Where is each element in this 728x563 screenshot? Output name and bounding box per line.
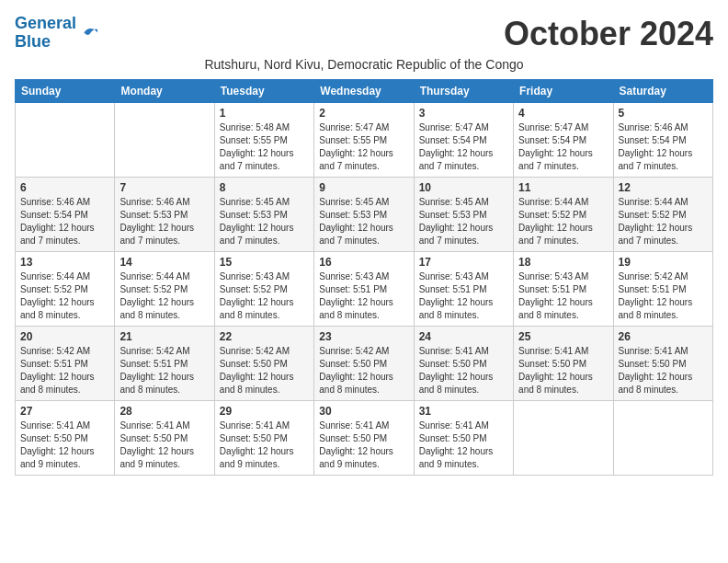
day-header-thursday: Thursday bbox=[414, 80, 513, 103]
day-info: Sunrise: 5:42 AM Sunset: 5:50 PM Dayligh… bbox=[319, 345, 408, 396]
day-number: 17 bbox=[419, 256, 508, 269]
day-number: 4 bbox=[518, 107, 608, 120]
day-info: Sunrise: 5:45 AM Sunset: 5:53 PM Dayligh… bbox=[419, 196, 508, 247]
day-info: Sunrise: 5:41 AM Sunset: 5:50 PM Dayligh… bbox=[220, 419, 309, 471]
day-number: 14 bbox=[119, 256, 209, 269]
day-number: 19 bbox=[619, 256, 708, 269]
day-number: 8 bbox=[220, 181, 309, 194]
day-header-wednesday: Wednesday bbox=[314, 80, 414, 103]
day-cell: 2Sunrise: 5:47 AM Sunset: 5:55 PM Daylig… bbox=[314, 103, 414, 178]
day-cell bbox=[16, 103, 115, 178]
day-cell: 21Sunrise: 5:42 AM Sunset: 5:51 PM Dayli… bbox=[115, 327, 214, 401]
day-info: Sunrise: 5:41 AM Sunset: 5:50 PM Dayligh… bbox=[20, 419, 109, 471]
day-info: Sunrise: 5:46 AM Sunset: 5:54 PM Dayligh… bbox=[20, 196, 109, 247]
day-cell: 30Sunrise: 5:41 AM Sunset: 5:50 PM Dayli… bbox=[314, 401, 414, 476]
day-cell: 8Sunrise: 5:45 AM Sunset: 5:53 PM Daylig… bbox=[214, 178, 313, 252]
day-number: 1 bbox=[220, 107, 309, 120]
day-number: 11 bbox=[518, 181, 608, 194]
day-cell: 16Sunrise: 5:43 AM Sunset: 5:51 PM Dayli… bbox=[314, 252, 414, 327]
day-cell: 7Sunrise: 5:46 AM Sunset: 5:53 PM Daylig… bbox=[115, 178, 214, 252]
day-info: Sunrise: 5:41 AM Sunset: 5:50 PM Dayligh… bbox=[419, 345, 508, 396]
day-number: 24 bbox=[419, 330, 508, 343]
day-number: 5 bbox=[619, 107, 708, 120]
day-number: 30 bbox=[319, 405, 408, 418]
month-title: October 2024 bbox=[504, 15, 713, 53]
day-number: 16 bbox=[319, 256, 408, 269]
day-info: Sunrise: 5:42 AM Sunset: 5:51 PM Dayligh… bbox=[119, 345, 209, 396]
day-number: 29 bbox=[220, 405, 309, 418]
day-info: Sunrise: 5:44 AM Sunset: 5:52 PM Dayligh… bbox=[119, 270, 209, 322]
day-number: 25 bbox=[518, 330, 608, 343]
day-info: Sunrise: 5:44 AM Sunset: 5:52 PM Dayligh… bbox=[619, 196, 708, 247]
week-row-5: 27Sunrise: 5:41 AM Sunset: 5:50 PM Dayli… bbox=[16, 401, 713, 476]
day-cell: 31Sunrise: 5:41 AM Sunset: 5:50 PM Dayli… bbox=[414, 401, 513, 476]
day-cell: 19Sunrise: 5:42 AM Sunset: 5:51 PM Dayli… bbox=[613, 252, 712, 327]
day-info: Sunrise: 5:41 AM Sunset: 5:50 PM Dayligh… bbox=[319, 419, 408, 471]
day-cell: 28Sunrise: 5:41 AM Sunset: 5:50 PM Dayli… bbox=[115, 401, 214, 476]
subtitle: Rutshuru, Nord Kivu, Democratic Republic… bbox=[15, 57, 713, 72]
week-row-3: 13Sunrise: 5:44 AM Sunset: 5:52 PM Dayli… bbox=[16, 252, 713, 327]
day-cell: 18Sunrise: 5:43 AM Sunset: 5:51 PM Dayli… bbox=[514, 252, 613, 327]
day-header-sunday: Sunday bbox=[16, 80, 115, 103]
week-row-1: 1Sunrise: 5:48 AM Sunset: 5:55 PM Daylig… bbox=[16, 103, 713, 178]
day-info: Sunrise: 5:47 AM Sunset: 5:54 PM Dayligh… bbox=[419, 121, 508, 173]
day-header-saturday: Saturday bbox=[613, 80, 712, 103]
day-header-tuesday: Tuesday bbox=[214, 80, 313, 103]
day-cell: 13Sunrise: 5:44 AM Sunset: 5:52 PM Dayli… bbox=[16, 252, 115, 327]
day-info: Sunrise: 5:46 AM Sunset: 5:53 PM Dayligh… bbox=[119, 196, 209, 247]
day-number: 23 bbox=[319, 330, 408, 343]
day-cell: 29Sunrise: 5:41 AM Sunset: 5:50 PM Dayli… bbox=[214, 401, 313, 476]
calendar-body: 1Sunrise: 5:48 AM Sunset: 5:55 PM Daylig… bbox=[16, 103, 713, 476]
day-number: 27 bbox=[20, 405, 109, 418]
day-cell bbox=[115, 103, 214, 178]
day-info: Sunrise: 5:42 AM Sunset: 5:51 PM Dayligh… bbox=[619, 270, 708, 322]
day-cell bbox=[613, 401, 712, 476]
day-info: Sunrise: 5:41 AM Sunset: 5:50 PM Dayligh… bbox=[419, 419, 508, 471]
page-header: GeneralBlue October 2024 bbox=[15, 15, 713, 53]
day-cell: 12Sunrise: 5:44 AM Sunset: 5:52 PM Dayli… bbox=[613, 178, 712, 252]
logo-text: GeneralBlue bbox=[15, 15, 76, 52]
day-cell: 4Sunrise: 5:47 AM Sunset: 5:54 PM Daylig… bbox=[514, 103, 613, 178]
day-number: 18 bbox=[518, 256, 608, 269]
day-info: Sunrise: 5:44 AM Sunset: 5:52 PM Dayligh… bbox=[518, 196, 608, 247]
day-number: 20 bbox=[20, 330, 109, 343]
header-row: SundayMondayTuesdayWednesdayThursdayFrid… bbox=[16, 80, 713, 103]
day-info: Sunrise: 5:42 AM Sunset: 5:50 PM Dayligh… bbox=[220, 345, 309, 396]
title-section: October 2024 bbox=[504, 15, 713, 53]
day-cell: 17Sunrise: 5:43 AM Sunset: 5:51 PM Dayli… bbox=[414, 252, 513, 327]
day-number: 6 bbox=[20, 181, 109, 194]
week-row-2: 6Sunrise: 5:46 AM Sunset: 5:54 PM Daylig… bbox=[16, 178, 713, 252]
day-number: 31 bbox=[419, 405, 508, 418]
day-cell: 20Sunrise: 5:42 AM Sunset: 5:51 PM Dayli… bbox=[16, 327, 115, 401]
day-cell: 5Sunrise: 5:46 AM Sunset: 5:54 PM Daylig… bbox=[613, 103, 712, 178]
day-number: 3 bbox=[419, 107, 508, 120]
day-info: Sunrise: 5:47 AM Sunset: 5:55 PM Dayligh… bbox=[319, 121, 408, 173]
day-header-friday: Friday bbox=[514, 80, 613, 103]
day-info: Sunrise: 5:45 AM Sunset: 5:53 PM Dayligh… bbox=[220, 196, 309, 247]
day-cell: 3Sunrise: 5:47 AM Sunset: 5:54 PM Daylig… bbox=[414, 103, 513, 178]
day-cell: 24Sunrise: 5:41 AM Sunset: 5:50 PM Dayli… bbox=[414, 327, 513, 401]
day-info: Sunrise: 5:42 AM Sunset: 5:51 PM Dayligh… bbox=[20, 345, 109, 396]
day-info: Sunrise: 5:46 AM Sunset: 5:54 PM Dayligh… bbox=[619, 121, 708, 173]
day-cell: 10Sunrise: 5:45 AM Sunset: 5:53 PM Dayli… bbox=[414, 178, 513, 252]
day-number: 26 bbox=[619, 330, 708, 343]
day-info: Sunrise: 5:41 AM Sunset: 5:50 PM Dayligh… bbox=[119, 419, 209, 471]
logo: GeneralBlue bbox=[15, 15, 100, 52]
logo-bird-icon bbox=[78, 22, 100, 44]
day-info: Sunrise: 5:45 AM Sunset: 5:53 PM Dayligh… bbox=[319, 196, 408, 247]
calendar-table: SundayMondayTuesdayWednesdayThursdayFrid… bbox=[15, 79, 713, 476]
day-info: Sunrise: 5:43 AM Sunset: 5:52 PM Dayligh… bbox=[220, 270, 309, 322]
day-number: 2 bbox=[319, 107, 408, 120]
day-cell: 1Sunrise: 5:48 AM Sunset: 5:55 PM Daylig… bbox=[214, 103, 313, 178]
day-number: 22 bbox=[220, 330, 309, 343]
day-info: Sunrise: 5:43 AM Sunset: 5:51 PM Dayligh… bbox=[518, 270, 608, 322]
day-number: 12 bbox=[619, 181, 708, 194]
day-cell: 9Sunrise: 5:45 AM Sunset: 5:53 PM Daylig… bbox=[314, 178, 414, 252]
day-cell: 11Sunrise: 5:44 AM Sunset: 5:52 PM Dayli… bbox=[514, 178, 613, 252]
day-info: Sunrise: 5:43 AM Sunset: 5:51 PM Dayligh… bbox=[319, 270, 408, 322]
week-row-4: 20Sunrise: 5:42 AM Sunset: 5:51 PM Dayli… bbox=[16, 327, 713, 401]
day-cell: 6Sunrise: 5:46 AM Sunset: 5:54 PM Daylig… bbox=[16, 178, 115, 252]
day-cell: 23Sunrise: 5:42 AM Sunset: 5:50 PM Dayli… bbox=[314, 327, 414, 401]
day-cell: 27Sunrise: 5:41 AM Sunset: 5:50 PM Dayli… bbox=[16, 401, 115, 476]
day-header-monday: Monday bbox=[115, 80, 214, 103]
